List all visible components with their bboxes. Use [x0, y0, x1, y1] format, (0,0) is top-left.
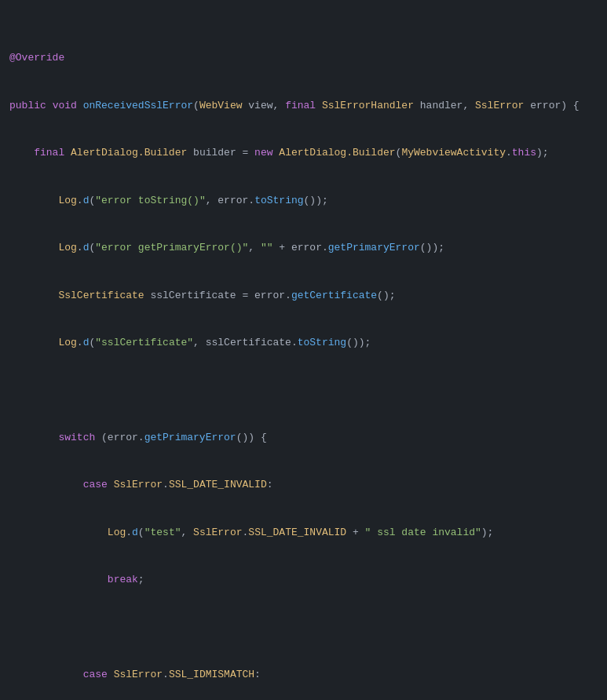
code-block: @Override public void onReceivedSslError…: [0, 0, 607, 700]
line-13: [0, 619, 607, 635]
line-5: Log.d("error getPrimaryError()", "" + er…: [0, 240, 607, 256]
line-3: final AlertDialog.Builder builder = new …: [0, 145, 607, 161]
line-2: public void onReceivedSslError(WebView v…: [0, 98, 607, 114]
line-1: @Override: [0, 50, 607, 66]
line-8: [0, 382, 607, 398]
line-9: switch (error.getPrimaryError()) {: [0, 430, 607, 446]
line-7: Log.d("sslCertificate", sslCertificate.t…: [0, 335, 607, 351]
line-4: Log.d("error toString()", error.toString…: [0, 193, 607, 209]
line-12: break;: [0, 572, 607, 588]
line-14: case SslError.SSL_IDMISMATCH:: [0, 667, 607, 683]
line-6: SslCertificate sslCertificate = error.ge…: [0, 288, 607, 304]
line-10: case SslError.SSL_DATE_INVALID:: [0, 477, 607, 493]
line-11: Log.d("test", SslError.SSL_DATE_INVALID …: [0, 525, 607, 541]
